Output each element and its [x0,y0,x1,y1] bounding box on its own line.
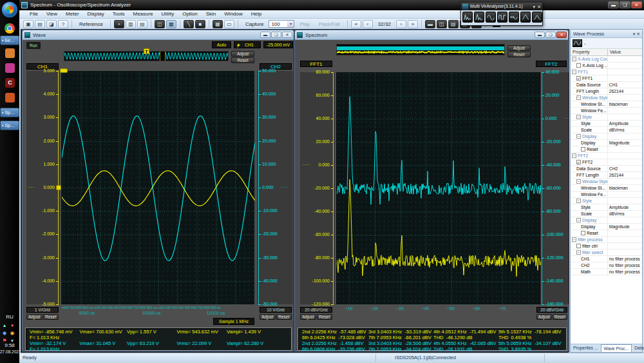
collapse-icon[interactable]: − [576,179,581,184]
trigger-level-tag[interactable] [56,185,61,190]
property-group-row[interactable]: −Window Style [571,95,642,101]
ch1-adjust-button[interactable]: Adjust [26,314,43,320]
help-icon[interactable]: ? [58,20,68,28]
checkbox[interactable] [581,231,585,235]
property-value[interactable] [608,243,642,249]
property-row[interactable]: DisplayMagnitude [571,140,642,146]
menu-measure[interactable]: Measure [129,10,156,18]
taskbar-button-sp1[interactable]: ▪ Sp... [0,108,19,117]
fft2-reset-button[interactable]: Reset [553,314,568,320]
audio-analyzer-icon[interactable] [509,12,519,23]
cursor-measure-icon[interactable]: ◫ [155,20,165,28]
property-row[interactable]: CH1no filter process [571,256,642,262]
wave-window-titlebar[interactable]: Wave ▬ ❏ ✕ [23,30,294,40]
property-value[interactable]: dBVrms [608,127,642,133]
menu-option[interactable]: Option [178,10,202,18]
menu-view[interactable]: View [43,10,61,18]
wave-restore-button[interactable]: ❏ [271,32,281,38]
property-value[interactable]: blackman [608,185,642,191]
spectrum-analyzer-icon[interactable] [462,12,473,23]
run-button[interactable]: Run [26,42,41,49]
pin-icon[interactable]: ▾ [633,32,636,36]
wave-minimize-button[interactable]: ▬ [260,32,270,38]
property-value[interactable] [608,198,642,204]
property-row[interactable]: StyleAmplitude [571,121,642,127]
wave-preview-adjust-button[interactable]: Adjust [231,51,254,57]
collapse-icon[interactable]: − [576,250,581,255]
property-row[interactable]: Reset [571,146,642,153]
property-value[interactable]: 262144 [608,88,642,94]
property-row[interactable]: StyleAmplitude [571,204,642,211]
property-group-row[interactable]: −X-Axis Log Coordinate [571,56,642,63]
trigger-level-box[interactable]: -25.000 mV [263,41,293,48]
property-row[interactable]: Data SourceCH2 [571,166,642,172]
capture-count-combo[interactable]: 100▾ [269,20,294,28]
property-value[interactable] [608,237,642,242]
checkbox[interactable] [576,63,581,68]
panel-tab-1[interactable]: Properties ... [571,344,601,352]
property-row[interactable]: CH2no filter process [571,262,642,269]
property-value[interactable] [608,133,642,139]
horizontal-trigger-tag[interactable] [60,68,68,73]
property-row[interactable]: FFT Length262144 [571,172,642,179]
property-value[interactable]: no filter process [608,256,642,262]
wave-process-icon[interactable] [573,39,582,47]
property-row[interactable]: Mathno filter process [571,269,642,275]
property-value[interactable] [608,75,642,81]
property-group-row[interactable]: −FFT1 [571,69,642,75]
column-display-icon[interactable]: ▥ [126,20,136,28]
row-display-icon[interactable]: ▤ [137,20,147,28]
menu-display[interactable]: Display [84,10,108,18]
app-titlebar[interactable]: Spectrum - Oscilloscope/Spectrum Analyze… [19,0,644,10]
viranalyzer-close-icon[interactable]: ✕ [537,3,541,11]
trigger-source-box[interactable]: CH1 [234,41,261,48]
next-frame-icon[interactable]: › [396,20,406,28]
property-value[interactable] [608,108,642,113]
collapse-icon[interactable]: − [576,134,581,139]
spectrum-plot[interactable] [336,72,540,304]
spectrum-preview-reset-button[interactable]: Reset [507,52,531,57]
panel-titlebar[interactable]: Wave Process ▾ ✕ [571,30,642,38]
chrome-icon[interactable] [5,23,15,34]
property-value[interactable]: Amplitude [608,121,642,126]
wave-plot[interactable] [61,71,254,304]
app-icon-magenta[interactable] [5,63,15,73]
property-value[interactable] [608,63,642,68]
property-row[interactable]: ✓FFT1 [571,75,642,82]
full-screen-icon[interactable]: ▩ [166,20,176,28]
property-value[interactable] [608,191,642,197]
property-row[interactable]: filter ctrl [571,243,642,250]
taskbar-button-sp2[interactable]: ▪ Sp... [0,121,19,130]
app-icon-orange[interactable] [5,48,15,58]
spectrum-close-button[interactable]: ✕ [556,32,567,38]
property-row[interactable]: Window Fe... [571,191,642,198]
spectrum-preview-adjust-button[interactable]: Adjust [507,45,531,51]
property-group-row[interactable]: −Style [571,198,642,204]
property-group-row[interactable]: −filter select [571,250,642,256]
property-value[interactable] [608,146,642,152]
menu-skin[interactable]: Skin [202,10,220,18]
move-icon[interactable]: + [114,20,124,28]
property-value[interactable] [608,153,642,159]
menu-help[interactable]: Help [247,10,265,18]
property-group-row[interactable]: −Window Style [571,179,642,185]
property-group-row[interactable]: −filter process [571,237,642,243]
menu-window[interactable]: Window [220,10,246,18]
property-row[interactable]: ✓FFT2 [571,159,642,166]
menu-file[interactable]: File [26,10,42,18]
property-column-header[interactable]: Property [571,49,608,55]
property-value[interactable]: dBVrms [608,211,642,217]
cascade-windows-icon[interactable]: ▬ [425,20,435,28]
menu-meter[interactable]: Meter [62,10,82,18]
viranalyzer-titlebar[interactable]: Multi VirAnalyzer(3.11.4.1) ▾✕ [461,3,542,10]
stop-icon[interactable]: ■ [195,20,205,28]
open-icon[interactable]: ▣ [23,20,33,28]
property-value[interactable]: blackman [608,101,642,107]
property-row[interactable]: Window St...blackman [571,101,642,108]
last-frame-icon[interactable]: » [408,20,418,28]
property-row[interactable]: Data SourceCH1 [571,82,642,88]
property-value[interactable] [608,250,642,255]
property-row[interactable]: Window Fe... [571,108,642,114]
property-group-row[interactable]: −Display [571,133,642,140]
property-value[interactable] [608,56,642,62]
